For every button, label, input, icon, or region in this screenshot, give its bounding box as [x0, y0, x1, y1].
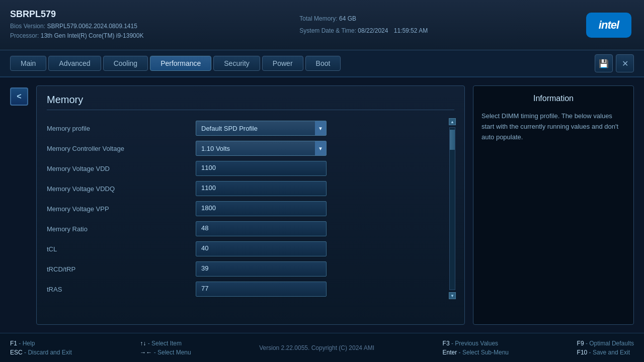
- memory-profile-dropdown[interactable]: Default SPD Profile ▼: [196, 121, 327, 136]
- vddq-value: 1100: [196, 181, 327, 196]
- scroll-track[interactable]: [449, 127, 455, 290]
- ratio-label: Memory Ratio: [47, 225, 188, 233]
- tras-label: tRAS: [47, 286, 188, 293]
- footer-enter2: Enter - Select Sub-Menu: [443, 349, 509, 356]
- memory-profile-text: Default SPD Profile: [201, 125, 258, 132]
- scrollbar: ▲ ▼: [447, 118, 454, 299]
- controller-voltage-label: Memory Controller Voltage: [47, 145, 188, 152]
- f3-action: Previous Values: [455, 340, 498, 347]
- setting-row-vddq: Memory Voltage VDDQ 1100: [47, 178, 447, 199]
- controller-voltage-dropdown[interactable]: 1.10 Volts ▼: [196, 141, 327, 156]
- vdd-value: 1100: [196, 161, 327, 176]
- footer-left: F1 - Help ESC - Discard and Exit: [10, 340, 72, 356]
- tab-advanced[interactable]: Advanced: [48, 56, 101, 71]
- processor-info: Processor: 13th Gen Intel(R) Core(TM) i9…: [10, 31, 143, 41]
- arrow-action: Select Item: [151, 340, 182, 347]
- enter2-action: Select Sub-Menu: [462, 349, 509, 356]
- bios-label: Bios Version:: [10, 23, 45, 30]
- enter2-separator: -: [459, 349, 462, 356]
- save-icon-button[interactable]: 💾: [595, 54, 613, 72]
- vdd-input[interactable]: 1100: [196, 161, 327, 176]
- dropdown-arrow-1: ▼: [315, 121, 326, 135]
- controller-voltage-text: 1.10 Volts: [201, 145, 230, 152]
- tab-security[interactable]: Security: [213, 56, 260, 71]
- f10-separator: -: [589, 349, 593, 356]
- scroll-down-button[interactable]: ▼: [449, 292, 456, 299]
- f9-action: Optimal Defaults: [589, 340, 634, 347]
- content-panel: Memory Memory profile Default SPD Profil…: [36, 85, 465, 325]
- vddq-input[interactable]: 1100: [196, 181, 327, 196]
- bios-info: Bios Version: SBRPL579.0062.2024.0809.14…: [10, 22, 143, 31]
- footer-mid-right: F3 - Previous Values Enter - Select Sub-…: [443, 340, 509, 356]
- memory-value: 64 GB: [339, 15, 356, 22]
- setting-row-trcd: tRCD/tRP 39: [47, 259, 447, 279]
- tab-power[interactable]: Power: [262, 56, 303, 71]
- footer-right: F9 - Optimal Defaults F10 - Save and Exi…: [577, 340, 634, 356]
- setting-row-vpp: Memory Voltage VPP 1800: [47, 199, 447, 219]
- controller-voltage-value: 1.10 Volts ▼: [196, 141, 327, 156]
- header-system-stats: Total Memory: 64 GB System Date & Time: …: [299, 14, 428, 35]
- enter-separator: -: [154, 349, 157, 356]
- f3-key: F3: [443, 340, 450, 347]
- footer-f9: F9 - Optimal Defaults: [577, 340, 634, 347]
- tab-main[interactable]: Main: [10, 56, 46, 71]
- header: SBRPL579 Bios Version: SBRPL579.0062.202…: [0, 0, 644, 50]
- f9-key: F9: [577, 340, 584, 347]
- footer-f1: F1 - Help: [10, 340, 72, 347]
- ratio-value: 48: [196, 221, 327, 236]
- bios-value: SBRPL579.0062.2024.0809.1415: [47, 23, 137, 30]
- tras-value: 77: [196, 282, 327, 297]
- back-button[interactable]: <: [10, 87, 28, 106]
- close-icon: ✕: [622, 59, 628, 68]
- setting-row-ratio: Memory Ratio 48: [47, 219, 447, 239]
- f10-key: F10: [577, 349, 588, 356]
- settings-scroll-container: Memory profile Default SPD Profile ▼ Mem…: [47, 118, 454, 299]
- footer-arrow: ↑↓ - Select Item: [140, 340, 191, 347]
- arrow-key: ↑↓: [140, 340, 146, 347]
- setting-row-tcl: tCL 40: [47, 239, 447, 259]
- dropdown-arrow-2: ▼: [315, 141, 326, 155]
- esc-action: Discard and Exit: [28, 349, 71, 356]
- intel-logo-text: intel: [586, 13, 631, 38]
- processor-label: Processor:: [10, 32, 39, 39]
- vpp-label: Memory Voltage VPP: [47, 205, 188, 213]
- enter-key: →←: [140, 349, 152, 356]
- vdd-label: Memory Voltage VDD: [47, 165, 188, 172]
- scroll-thumb: [450, 130, 455, 150]
- section-title: Memory: [47, 94, 454, 110]
- footer-version: Version 2.22.0055. Copyright (C) 2024 AM…: [259, 344, 374, 351]
- vpp-value: 1800: [196, 201, 327, 216]
- setting-row-memory-profile: Memory profile Default SPD Profile ▼: [47, 118, 447, 138]
- footer: F1 - Help ESC - Discard and Exit ↑↓ - Se…: [0, 333, 644, 362]
- arrow-separator: -: [148, 340, 151, 347]
- f1-action: Help: [23, 340, 35, 347]
- tcl-input[interactable]: 40: [196, 241, 327, 256]
- setting-row-tras: tRAS 77: [47, 279, 447, 299]
- enter-action: Select Menu: [157, 349, 191, 356]
- close-icon-button[interactable]: ✕: [616, 54, 634, 72]
- time-value: 11:59:52 AM: [394, 27, 428, 34]
- tras-input[interactable]: 77: [196, 282, 327, 297]
- ratio-input[interactable]: 48: [196, 221, 327, 236]
- trcd-label: tRCD/tRP: [47, 265, 188, 273]
- trcd-input[interactable]: 39: [196, 261, 327, 277]
- vddq-label: Memory Voltage VDDQ: [47, 185, 188, 193]
- vpp-input[interactable]: 1800: [196, 201, 327, 216]
- tcl-value: 40: [196, 241, 327, 256]
- enter2-key: Enter: [443, 349, 457, 356]
- memory-label: Total Memory:: [299, 15, 337, 22]
- setting-row-vdd: Memory Voltage VDD 1100: [47, 158, 447, 178]
- scroll-up-button[interactable]: ▲: [449, 118, 456, 125]
- tab-performance[interactable]: Performance: [150, 56, 211, 71]
- f1-key: F1: [10, 340, 17, 347]
- nav-action-icons: 💾 ✕: [595, 54, 634, 72]
- tab-cooling[interactable]: Cooling: [103, 56, 148, 71]
- footer-enter: →← - Select Menu: [140, 349, 191, 356]
- save-icon: 💾: [599, 59, 609, 68]
- tab-boot[interactable]: Boot: [305, 56, 341, 71]
- intel-logo: intel: [584, 10, 634, 40]
- memory-profile-value: Default SPD Profile ▼: [196, 121, 327, 136]
- memory-info: Total Memory: 64 GB: [299, 14, 428, 24]
- f1-separator: -: [19, 340, 22, 347]
- memory-profile-label: Memory profile: [47, 125, 188, 132]
